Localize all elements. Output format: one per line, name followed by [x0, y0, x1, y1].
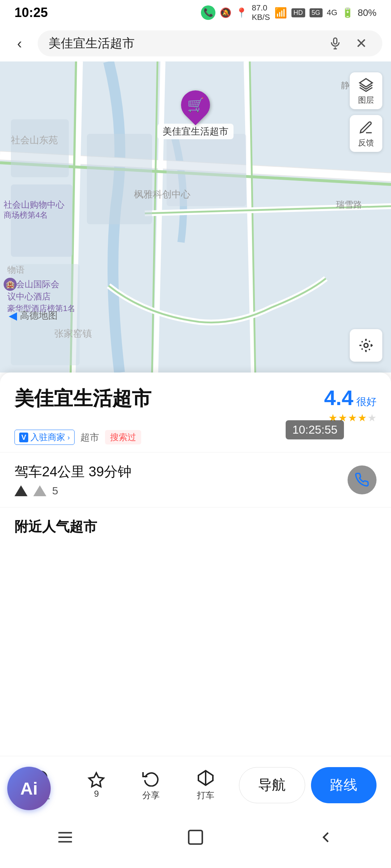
- fiveg-icon: 5G: [310, 8, 323, 17]
- back-nav-button[interactable]: [311, 823, 340, 852]
- status-icons: 📞 🔕 📍 87.0KB/S 📶 HD 5G 4G 🔋 80%: [201, 3, 377, 22]
- share-label: 分享: [142, 790, 160, 801]
- status-time: 10:25: [14, 5, 48, 20]
- svg-rect-0: [334, 38, 337, 44]
- rating-score-row: 4.4 很好: [324, 386, 377, 410]
- search-input-container[interactable]: 美佳宜生活超市 ✕: [38, 30, 382, 56]
- action-bar: 周边 9 分享 打车 导航 路线: [0, 756, 391, 814]
- map-label-fengya: 枫雅科创中心: [134, 188, 190, 201]
- svg-rect-19: [87, 134, 152, 224]
- map-label-hotel2: 议中心酒店: [7, 291, 51, 302]
- battery-icon: 🔋: [342, 7, 353, 18]
- map-label-mall: 社会山购物中心: [4, 199, 64, 210]
- route-button[interactable]: 路线: [311, 767, 377, 803]
- map-controls: 图层 反馈: [350, 72, 382, 158]
- location-button[interactable]: [350, 329, 382, 362]
- gaode-icon: ◀: [9, 309, 17, 322]
- rating-box: 4.4 很好 ★★★★★: [324, 386, 377, 424]
- distance-text: 驾车24公里 39分钟: [14, 463, 131, 481]
- traffic-icons: 5: [14, 485, 131, 497]
- detail-distance-row: 驾车24公里 39分钟 5: [0, 452, 391, 507]
- detail-header: 美佳宜生活超市 4.4 很好 ★★★★★ V 入驻商家 › 超市 搜索过: [0, 373, 391, 452]
- search-query: 美佳宜生活超市: [49, 35, 319, 52]
- hd-icon: HD: [291, 8, 305, 17]
- nearby-title: 附近人气超市: [14, 519, 97, 534]
- status-bar: 10:25 📞 🔕 📍 87.0KB/S 📶 HD 5G 4G 🔋 80%: [0, 0, 391, 25]
- wifi-icon: 📶: [274, 7, 287, 19]
- rating-label: 很好: [356, 395, 377, 409]
- svg-rect-32: [189, 830, 202, 844]
- back-button[interactable]: ‹: [9, 33, 30, 54]
- map-town-label: 张家窑镇: [54, 327, 92, 340]
- timestamp-overlay: 10:25:55: [286, 420, 344, 439]
- v-badge: V: [19, 433, 28, 442]
- map-logo-text: 高德地图: [20, 309, 58, 322]
- map-label-yuyu: 物语: [7, 264, 25, 276]
- mute-icon: 🔕: [220, 7, 231, 18]
- home-button[interactable]: [181, 823, 210, 852]
- taxi-action[interactable]: 打车: [178, 769, 233, 801]
- mic-button[interactable]: [325, 33, 345, 54]
- collect-badge: 9: [94, 789, 99, 799]
- menu-button[interactable]: [51, 823, 80, 852]
- phone-icon: 📞: [201, 5, 215, 20]
- star-empty: ★: [367, 412, 377, 424]
- battery-percent: 80%: [358, 7, 377, 18]
- clear-button[interactable]: ✕: [351, 33, 371, 54]
- vendor-label: 入驻商家: [30, 431, 65, 443]
- title-row: 美佳宜生活超市 4.4 很好 ★★★★★: [14, 386, 377, 424]
- collect-action[interactable]: 9: [69, 771, 124, 799]
- searched-tag: 搜索过: [105, 430, 141, 444]
- feedback-button[interactable]: 反馈: [350, 115, 382, 152]
- layers-button[interactable]: 图层: [350, 72, 382, 109]
- map-label-mall-rank: 商场榜第4名: [4, 210, 48, 221]
- call-button[interactable]: [348, 465, 377, 494]
- navigate-button[interactable]: 导航: [239, 767, 305, 803]
- map-label-shehuishan: 社会山东苑: [11, 134, 58, 146]
- taxi-label: 打车: [197, 790, 214, 801]
- svg-marker-26: [89, 773, 104, 787]
- traffic-num: 5: [52, 485, 58, 497]
- ai-label: Ai: [20, 779, 38, 799]
- hotel-pin-icon: 🏨: [4, 278, 17, 291]
- feedback-label: 反馈: [358, 137, 374, 148]
- svg-rect-16: [11, 184, 72, 257]
- map-area[interactable]: 静路 瑞雪路 枫雅科创中心 社会山东苑 社会山购物中心 商场榜第4名 物语 社会…: [0, 61, 391, 373]
- nearby-section: 附近人气超市: [0, 507, 391, 540]
- traffic-tri-1: [14, 485, 28, 496]
- svg-point-22: [364, 344, 368, 348]
- ai-bubble-button[interactable]: Ai: [7, 767, 51, 810]
- type-tag: 超市: [80, 431, 99, 444]
- place-name: 美佳宜生活超市: [14, 386, 151, 412]
- map-label-ruixue: 瑞雪路: [336, 199, 362, 210]
- vendor-arrow: ›: [67, 433, 70, 442]
- location-icon: 📍: [236, 7, 247, 18]
- pin-circle: 🛒: [175, 84, 216, 125]
- layers-label: 图层: [358, 95, 374, 106]
- traffic-tri-2: [33, 485, 46, 496]
- search-bar: ‹ 美佳宜生活超市 ✕: [0, 25, 391, 61]
- vendor-tag[interactable]: V 入驻商家 ›: [14, 430, 75, 445]
- system-nav-bar: [0, 814, 391, 868]
- share-action[interactable]: 分享: [124, 769, 178, 801]
- map-logo: ◀ 高德地图: [9, 309, 58, 322]
- fourgicon: 4G: [327, 8, 337, 17]
- svg-point-23: [361, 340, 371, 350]
- store-pin[interactable]: 🛒 美佳宜生活超市: [157, 90, 234, 139]
- rating-score: 4.4: [324, 386, 353, 410]
- pin-cart-icon: 🛒: [187, 97, 204, 113]
- svg-rect-17: [11, 119, 69, 177]
- pin-label: 美佳宜生活超市: [157, 124, 234, 139]
- speed-text: 87.0KB/S: [252, 3, 270, 22]
- distance-info: 驾车24公里 39分钟 5: [14, 463, 131, 497]
